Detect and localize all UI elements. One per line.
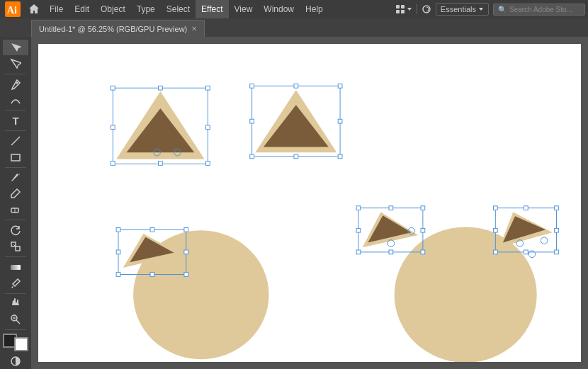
magic-icon[interactable] [422,4,431,14]
toolbar-separator-7 [5,293,26,294]
h-rcr-mr [555,228,559,232]
handle-bm [159,161,163,166]
handle-ml [111,125,115,130]
type-tool-button[interactable]: T [3,113,28,128]
handle-bl [111,161,115,166]
paintbrush-tool-button[interactable] [3,170,28,186]
rotate-tool-button[interactable] [3,222,28,238]
h-rcl-bl [356,250,361,254]
app-logo: Ai [3,0,23,18]
menu-edit[interactable]: Edit [69,0,95,18]
handle-tr-mr [338,119,342,123]
handle-bl-bm [150,273,154,277]
handle-tr-tr [338,84,342,88]
h-rcl-tl [356,206,361,210]
scale-tool-button[interactable] [3,239,28,254]
h-rcr-bm [524,250,528,254]
direct-selection-tool-button[interactable] [3,56,28,72]
home-icon[interactable] [26,0,43,18]
svg-rect-4 [396,10,400,13]
zoom-tool-button[interactable] [3,312,28,327]
menu-items: File Edit Object Type Select Effect View… [44,0,395,18]
background-color[interactable] [14,337,28,351]
menu-window[interactable]: Window [258,0,300,18]
menu-bar: Ai File Edit Object Type Select Effect V… [0,0,588,18]
canvas-area [31,37,588,369]
menu-object[interactable]: Object [95,0,131,18]
tab-close-button[interactable]: ✕ [191,25,197,33]
h-rcr-tr [555,206,559,210]
menu-type[interactable]: Type [131,0,161,18]
toolbar-separator-6 [5,256,26,257]
pen-tool-button[interactable] [3,76,28,92]
artwork-svg [38,44,581,362]
handle-bl-br [184,273,188,277]
h-rcl-ml [356,228,361,232]
curvature-tool-button[interactable] [3,93,28,108]
main-content: T [0,37,588,369]
handle-bl-tr [184,227,188,232]
color-mode-button[interactable] [3,353,28,369]
h-rcl-tm [389,206,393,210]
h-rcl-br [421,250,425,254]
svg-line-17 [16,320,20,324]
handle-bl-mr [184,250,188,254]
pencil-tool-button[interactable] [3,186,28,202]
toolbar-separator-1 [5,74,26,74]
h-rcl-tr [421,206,425,210]
eyedropper-tool-button[interactable] [3,276,28,291]
handle-bl-bl [116,273,120,277]
menu-effect[interactable]: Effect [196,0,228,18]
handle-tr-bl [250,154,254,159]
menu-select[interactable]: Select [161,0,196,18]
handle-tr-bm [294,154,298,159]
h-rcr-tm [524,206,528,210]
canvas[interactable] [38,44,581,362]
svg-rect-2 [396,5,400,8]
search-box[interactable]: 🔍 Search Adobe Sto... [493,4,585,16]
workspace-button[interactable]: Essentials [436,3,489,16]
h-rcl-mr [421,228,425,232]
line-segment-tool-button[interactable] [3,133,28,149]
document-tab[interactable]: Untitled-1* @ 56.25% (RGB/GPU Preview) ✕ [31,20,205,37]
toolbar-separator-2 [5,110,26,110]
handle-tr-tm [294,84,298,88]
svg-line-8 [11,137,20,145]
gradient-tool-button[interactable] [3,259,28,275]
eraser-tool-button[interactable] [3,202,28,217]
svg-text:Ai: Ai [7,4,17,16]
center-circle-rcr-2 [541,237,548,244]
toolbar-separator-5 [5,220,26,220]
rectangle-tool-button[interactable] [3,149,28,165]
toolbar-separator-8 [5,329,26,330]
handle-bl-tl [116,227,120,232]
svg-rect-3 [401,5,405,8]
arrange-icon[interactable] [395,4,412,14]
menu-file[interactable]: File [44,0,69,18]
toolbar-separator-3 [5,130,26,131]
left-toolbar: T [0,37,31,369]
tab-bar: Untitled-1* @ 56.25% (RGB/GPU Preview) ✕ [0,18,588,37]
handle-tl [111,86,115,90]
handle-tr-ml [250,119,254,123]
menu-help[interactable]: Help [300,0,329,18]
svg-point-7 [16,81,18,84]
svg-rect-15 [11,265,21,270]
menu-right-controls: Essentials 🔍 Search Adobe Sto... [395,3,585,16]
selection-tool-button[interactable] [3,40,28,55]
color-indicator[interactable] [3,334,28,351]
handle-bl-ml [116,250,120,254]
hand-tool-button[interactable] [3,295,28,311]
svg-rect-5 [401,10,405,13]
h-rcr-bl [493,250,497,254]
h-rcl-bm [389,250,393,254]
handle-br [206,161,210,166]
h-rcr-br [555,250,559,254]
h-rcr-tl [493,206,497,210]
handle-tr-tl [250,84,254,88]
menu-view[interactable]: View [229,0,259,18]
handle-tm [159,86,163,90]
handle-mr [206,125,210,130]
toolbar-separator-4 [5,167,26,168]
handle-bl-tm [150,227,154,232]
